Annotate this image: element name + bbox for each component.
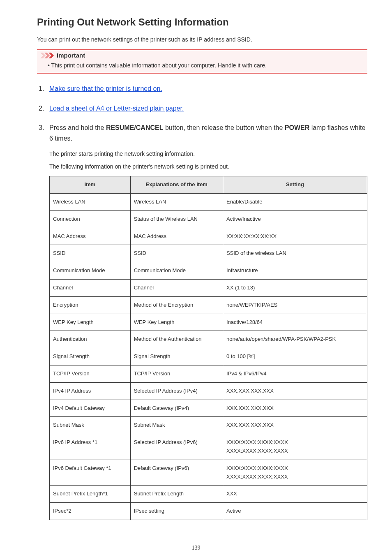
table-cell: Default Gateway (IPv6) bbox=[130, 460, 223, 486]
table-row: WEP Key LengthWEP Key LengthInactive/128… bbox=[50, 314, 367, 331]
link-load-paper[interactable]: Load a sheet of A4 or Letter-sized plain… bbox=[49, 105, 184, 112]
table-row: Subnet Prefix Length*1Subnet Prefix Leng… bbox=[50, 486, 367, 503]
table-cell: Inactive/128/64 bbox=[223, 314, 367, 331]
table-cell: Enable/Disable bbox=[223, 193, 367, 210]
table-row: SSIDSSIDSSID of the wireless LAN bbox=[50, 245, 367, 262]
table-row: IPv6 IP Address *1Selected IP Address (I… bbox=[50, 434, 367, 460]
table-cell: IPv4 IP Address bbox=[50, 382, 131, 400]
page-number: 139 bbox=[0, 541, 392, 555]
step3-resume-cancel: RESUME/CANCEL bbox=[106, 124, 164, 131]
table-cell: Selected IP Address (IPv6) bbox=[130, 434, 223, 460]
table-cell: none/auto/open/shared/WPA-PSK/WPA2-PSK bbox=[223, 331, 367, 348]
table-row: EncryptionMethod of the Encryptionnone/W… bbox=[50, 296, 367, 314]
step-2: Load a sheet of A4 or Letter-sized plain… bbox=[37, 103, 367, 114]
table-row: IPv4 Default GatewayDefault Gateway (IPv… bbox=[50, 400, 367, 417]
table-row: IPsec*2IPsec settingActive bbox=[50, 503, 367, 520]
table-cell: Authentication bbox=[50, 331, 131, 348]
important-heading: Important bbox=[57, 52, 85, 59]
link-power-on[interactable]: Make sure that the printer is turned on. bbox=[49, 85, 162, 92]
table-cell: Wireless LAN bbox=[50, 193, 131, 210]
table-cell: Communication Mode bbox=[130, 262, 223, 280]
table-row: IPv6 Default Gateway *1Default Gateway (… bbox=[50, 460, 367, 486]
step3-sub2: The following information on the printer… bbox=[49, 162, 367, 171]
table-cell: XX (1 to 13) bbox=[223, 279, 367, 296]
table-cell: Encryption bbox=[50, 296, 131, 314]
table-cell: WEP Key Length bbox=[130, 314, 223, 331]
table-cell: Selected IP Address (IPv4) bbox=[130, 382, 223, 400]
step3-sub1: The printer starts printing the network … bbox=[49, 149, 367, 158]
table-header-item: Item bbox=[50, 176, 131, 194]
table-cell: Active bbox=[223, 503, 367, 520]
table-cell: IPv4 & IPv6/IPv4 bbox=[223, 365, 367, 382]
page-title: Printing Out Network Setting Information bbox=[37, 16, 367, 28]
table-cell: Channel bbox=[130, 279, 223, 296]
important-text: This print out contains valuable informa… bbox=[51, 62, 267, 69]
table-cell: Connection bbox=[50, 210, 131, 228]
table-cell: Status of the Wireless LAN bbox=[130, 210, 223, 228]
table-cell: Channel bbox=[50, 279, 131, 296]
table-header-explanations: Explanations of the item bbox=[130, 176, 223, 194]
step3-pre: Press and hold the bbox=[49, 124, 106, 131]
table-row: TCP/IP VersionTCP/IP VersionIPv4 & IPv6/… bbox=[50, 365, 367, 382]
important-arrows-icon bbox=[40, 53, 54, 58]
table-cell: 0 to 100 [%] bbox=[223, 348, 367, 365]
table-cell: MAC Address bbox=[130, 228, 223, 245]
table-cell: XXX.XXX.XXX.XXX bbox=[223, 417, 367, 434]
table-row: Signal StrengthSignal Strength0 to 100 [… bbox=[50, 348, 367, 365]
table-cell: Subnet Prefix Length*1 bbox=[50, 486, 131, 503]
table-cell: Subnet Mask bbox=[50, 417, 131, 434]
table-cell: Communication Mode bbox=[50, 262, 131, 280]
step-1: Make sure that the printer is turned on. bbox=[37, 83, 367, 94]
table-cell: Signal Strength bbox=[50, 348, 131, 365]
table-row: Communication ModeCommunication ModeInfr… bbox=[50, 262, 367, 280]
table-cell: Wireless LAN bbox=[130, 193, 223, 210]
table-cell: Active/Inactive bbox=[223, 210, 367, 228]
table-header-setting: Setting bbox=[223, 176, 367, 194]
bullet-marker: • bbox=[48, 62, 51, 69]
table-cell: Signal Strength bbox=[130, 348, 223, 365]
table-cell: SSID bbox=[130, 245, 223, 262]
table-cell: Method of the Encryption bbox=[130, 296, 223, 314]
table-cell: IPv4 Default Gateway bbox=[50, 400, 131, 417]
table-cell: Subnet Mask bbox=[130, 417, 223, 434]
table-cell: XXX bbox=[223, 486, 367, 503]
table-cell: XXXX:XXXX:XXXX:XXXXXXXX:XXXX:XXXX:XXXX bbox=[223, 460, 367, 486]
table-cell: XXX.XXX.XXX.XXX bbox=[223, 400, 367, 417]
table-cell: XXX.XXX.XXX.XXX bbox=[223, 382, 367, 400]
table-row: ConnectionStatus of the Wireless LANActi… bbox=[50, 210, 367, 228]
table-cell: Default Gateway (IPv4) bbox=[130, 400, 223, 417]
table-cell: Subnet Prefix Length bbox=[130, 486, 223, 503]
svg-marker-0 bbox=[40, 53, 46, 58]
table-row: IPv4 IP AddressSelected IP Address (IPv4… bbox=[50, 382, 367, 400]
step3-mid: button, then release the button when the bbox=[163, 124, 284, 131]
network-settings-table: Item Explanations of the item Setting Wi… bbox=[49, 176, 367, 520]
table-cell: SSID of the wireless LAN bbox=[223, 245, 367, 262]
table-cell: IPsec*2 bbox=[50, 503, 131, 520]
table-cell: IPv6 Default Gateway *1 bbox=[50, 460, 131, 486]
table-cell: IPsec setting bbox=[130, 503, 223, 520]
table-row: ChannelChannelXX (1 to 13) bbox=[50, 279, 367, 296]
table-cell: IPv6 IP Address *1 bbox=[50, 434, 131, 460]
table-cell: XX:XX:XX:XX:XX:XX bbox=[223, 228, 367, 245]
table-cell: Infrastructure bbox=[223, 262, 367, 280]
table-cell: Method of the Authentication bbox=[130, 331, 223, 348]
step-3: Press and hold the RESUME/CANCEL button,… bbox=[37, 123, 367, 520]
table-cell: none/WEP/TKIP/AES bbox=[223, 296, 367, 314]
intro-text: You can print out the network settings o… bbox=[37, 36, 367, 43]
table-cell: TCP/IP Version bbox=[50, 365, 131, 382]
table-cell: XXXX:XXXX:XXXX:XXXXXXXX:XXXX:XXXX:XXXX bbox=[223, 434, 367, 460]
table-row: Wireless LANWireless LANEnable/Disable bbox=[50, 193, 367, 210]
step3-power: POWER bbox=[285, 124, 309, 131]
table-row: AuthenticationMethod of the Authenticati… bbox=[50, 331, 367, 348]
important-callout: Important • This print out contains valu… bbox=[37, 49, 367, 74]
table-cell: MAC Address bbox=[50, 228, 131, 245]
table-row: Subnet MaskSubnet MaskXXX.XXX.XXX.XXX bbox=[50, 417, 367, 434]
table-cell: WEP Key Length bbox=[50, 314, 131, 331]
table-cell: SSID bbox=[50, 245, 131, 262]
table-cell: TCP/IP Version bbox=[130, 365, 223, 382]
table-row: MAC AddressMAC AddressXX:XX:XX:XX:XX:XX bbox=[50, 228, 367, 245]
